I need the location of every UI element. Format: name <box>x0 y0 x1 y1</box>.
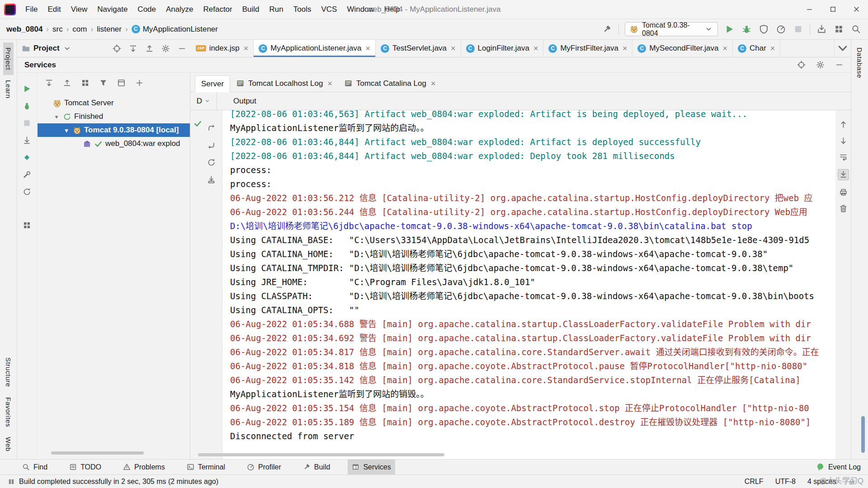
update-project-icon[interactable] <box>816 23 827 35</box>
editor-tab-mysecondfilter-java[interactable]: CMySecondFilter.java× <box>632 40 733 57</box>
toolwindow-button-todo[interactable]: TODO <box>65 460 105 474</box>
debug-button[interactable] <box>741 23 752 35</box>
refresh-icon[interactable] <box>23 188 31 196</box>
scroll-to-end-icon[interactable] <box>838 169 849 180</box>
lock-icon[interactable] <box>848 478 855 485</box>
breadcrumb-item-web-0804[interactable]: web_0804 <box>6 25 42 34</box>
menu-item-view[interactable]: View <box>66 0 93 19</box>
deploy-log-tab[interactable]: D <box>190 92 217 110</box>
menu-item-code[interactable]: Code <box>132 0 161 19</box>
tree-item-tomcat-server[interactable]: Tomcat Server <box>38 96 190 110</box>
close-icon[interactable]: × <box>327 80 332 88</box>
hidden-tabs-chevron-icon[interactable] <box>834 40 851 57</box>
hide-panel-icon[interactable] <box>178 44 186 53</box>
services-tab-tomcat-localhost-log[interactable]: Tomcat Localhost Log× <box>230 75 338 92</box>
services-diamond-icon[interactable] <box>23 153 31 162</box>
event-log-button[interactable]: Event Log <box>816 463 861 471</box>
filter-icon[interactable] <box>99 79 108 87</box>
expand-all-icon[interactable] <box>129 44 137 53</box>
tool-stripe-web[interactable]: Web <box>3 432 14 456</box>
layout-icon[interactable] <box>833 23 844 35</box>
search-everywhere-icon[interactable] <box>850 23 862 35</box>
menu-item-analyze[interactable]: Analyze <box>161 0 198 19</box>
menu-item-tools[interactable]: Tools <box>288 0 316 19</box>
tool-stripe-favorites[interactable]: Favorites <box>3 392 14 432</box>
close-icon[interactable]: × <box>533 44 538 52</box>
menu-item-file[interactable]: File <box>20 0 42 19</box>
console-horizontal-scrollbar[interactable] <box>198 453 444 456</box>
toolwindow-button-problems[interactable]: Problems <box>119 460 169 474</box>
minimize-button[interactable] <box>797 0 821 19</box>
menu-item-navigate[interactable]: Navigate <box>92 0 132 19</box>
run-service-icon[interactable] <box>23 84 31 93</box>
close-icon[interactable]: × <box>623 44 627 52</box>
expand-all-icon[interactable] <box>45 79 53 87</box>
soft-wrap-icon[interactable] <box>839 153 848 161</box>
toolwindow-button-build[interactable]: Build <box>299 460 335 474</box>
run-button[interactable] <box>724 23 735 35</box>
menu-item-refactor[interactable]: Refactor <box>198 0 237 19</box>
redeploy-icon[interactable] <box>207 124 216 132</box>
stop-button[interactable] <box>793 23 804 35</box>
tree-horizontal-scrollbar[interactable] <box>51 451 144 455</box>
breadcrumb-item-src[interactable]: src <box>52 25 63 34</box>
tool-stripe-learn[interactable]: Learn <box>3 75 14 103</box>
restart-server-icon[interactable] <box>207 158 216 167</box>
encoding-indicator[interactable]: UTF-8 <box>775 478 796 486</box>
editor-tab-loginfilter-java[interactable]: CLoginFilter.java× <box>461 40 544 57</box>
chevron-down-icon[interactable] <box>63 44 71 53</box>
tree-item-web-0804-war-explod[interactable]: web_0804:war explod <box>38 137 190 150</box>
scroll-up-icon[interactable] <box>839 120 848 129</box>
tool-stripe-project[interactable]: Project <box>3 42 14 75</box>
show-configuration-icon[interactable] <box>117 79 126 87</box>
wrench-icon[interactable] <box>23 170 31 179</box>
dashboard-icon[interactable] <box>23 221 31 230</box>
vertical-scrollbar-thumb[interactable] <box>861 416 865 453</box>
menu-item-build[interactable]: Build <box>237 0 264 19</box>
close-icon[interactable]: × <box>451 44 456 52</box>
editor-tab-index-jsp[interactable]: JSPindex.jsp× <box>191 40 254 57</box>
hide-panel-icon[interactable] <box>835 61 844 69</box>
debug-service-icon[interactable] <box>23 102 31 110</box>
breadcrumb-item-listener[interactable]: listener <box>97 25 122 34</box>
editor-tab-char[interactable]: CChar× <box>733 40 780 57</box>
editor-tab-myfirstfilter-java[interactable]: CMyFirstFilter.java× <box>543 40 632 57</box>
build-hammer-icon[interactable] <box>601 23 613 35</box>
maximize-button[interactable] <box>821 0 844 19</box>
close-icon[interactable]: × <box>722 44 727 52</box>
project-panel-header[interactable]: Project <box>17 40 191 57</box>
editor-tab-testservlet-java[interactable]: CTestServlet.java× <box>376 40 461 57</box>
locate-file-icon[interactable] <box>113 44 121 53</box>
settings-gear-icon[interactable] <box>161 44 170 53</box>
scroll-down-icon[interactable] <box>839 136 848 145</box>
stop-service-icon[interactable] <box>23 119 31 127</box>
settings-gear-icon[interactable] <box>816 61 825 69</box>
profiler-button[interactable] <box>775 23 787 35</box>
coverage-button[interactable] <box>758 23 769 35</box>
menu-item-edit[interactable]: Edit <box>42 0 66 19</box>
import-icon[interactable] <box>207 175 216 184</box>
tree-item-finished[interactable]: ▾Finished <box>38 110 190 123</box>
close-icon[interactable]: × <box>770 44 775 52</box>
group-by-icon[interactable] <box>81 79 90 87</box>
close-icon[interactable]: × <box>431 80 436 88</box>
toolwindow-button-services[interactable]: Services <box>348 460 395 474</box>
line-ending-indicator[interactable]: CRLF <box>745 478 764 486</box>
close-icon[interactable]: × <box>366 44 371 52</box>
float-mode-icon[interactable] <box>797 61 806 69</box>
toolwindow-button-terminal[interactable]: Terminal <box>183 460 229 474</box>
menu-item-run[interactable]: Run <box>264 0 288 19</box>
tool-stripe-structure[interactable]: Structure <box>3 352 14 392</box>
close-icon[interactable]: × <box>244 44 249 52</box>
chevron-down-icon[interactable]: ▾ <box>53 113 60 120</box>
close-button[interactable] <box>844 0 868 19</box>
tool-stripe-database[interactable]: Database <box>854 42 865 83</box>
undeploy-icon[interactable] <box>207 141 216 150</box>
deploy-all-icon[interactable] <box>23 136 31 145</box>
services-tab-tomcat-catalina-log[interactable]: Tomcat Catalina Log× <box>338 75 442 92</box>
toolwindow-button-find[interactable]: Find <box>18 460 52 474</box>
output-tab-label[interactable]: Output <box>233 97 256 106</box>
editor-tab-myapplicationlistener-java[interactable]: CMyApplicationListener.java× <box>254 40 376 57</box>
indent-indicator[interactable]: 4 spaces <box>807 478 836 486</box>
print-icon[interactable] <box>839 188 848 197</box>
